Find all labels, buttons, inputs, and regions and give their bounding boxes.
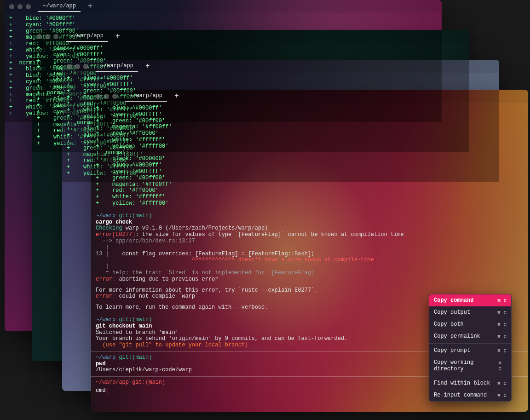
titlebar: ~/warp/app + bbox=[62, 60, 499, 73]
context-menu-item[interactable]: Copy prompt ⌘ C bbox=[429, 345, 511, 357]
menu-item-label: Re-input command bbox=[434, 392, 487, 398]
context-menu-item[interactable]: Copy output ⌘ C bbox=[429, 306, 511, 318]
command: cargo check bbox=[96, 219, 524, 226]
output-line: ^^^^^^^^^^^^^ doesn't have a size known … bbox=[96, 257, 524, 264]
menu-item-shortcut: ⌘ C bbox=[498, 360, 507, 372]
context-menu-item[interactable]: Copy command ⌘ C bbox=[429, 294, 511, 306]
menu-item-label: Copy permalink bbox=[434, 333, 480, 339]
menu-item-shortcut: ⌘ C bbox=[497, 322, 507, 328]
prompt-path: ~/warp bbox=[96, 213, 115, 219]
output-line: | bbox=[96, 245, 524, 251]
new-tab-button[interactable]: + bbox=[113, 32, 123, 40]
menu-item-label: Find within block bbox=[434, 380, 490, 386]
menu-separator bbox=[429, 376, 511, 376]
menu-item-shortcut: ⌘ C bbox=[497, 334, 507, 339]
titlebar: ~/warp/app + bbox=[32, 30, 469, 43]
menu-item-label: Copy both bbox=[434, 321, 464, 328]
prompt-path: ~/warp/app bbox=[96, 379, 129, 385]
menu-item-label: Copy prompt bbox=[434, 347, 470, 354]
context-menu-item[interactable]: Re-input command ⌘ C bbox=[429, 389, 511, 401]
titlebar: ~/warp/app + bbox=[5, 0, 442, 13]
traffic-lights[interactable] bbox=[9, 4, 31, 9]
output-line: Checking warp v0.1.0 (/Users/zach/Projec… bbox=[96, 225, 524, 232]
new-tab-button[interactable]: + bbox=[172, 92, 182, 100]
tab[interactable]: ~/warp/app bbox=[38, 1, 81, 12]
traffic-lights[interactable] bbox=[37, 34, 58, 39]
output-line: | bbox=[96, 264, 524, 270]
tab[interactable]: ~/warp/app bbox=[66, 31, 108, 42]
menu-item-shortcut: ⌘ C bbox=[497, 392, 507, 398]
output-line: = help: the trait `Sized` is not impleme… bbox=[96, 270, 524, 276]
menu-item-shortcut: ⌘ C bbox=[497, 380, 507, 386]
menu-separator bbox=[429, 343, 511, 344]
output-line: For more information about this error, t… bbox=[96, 288, 524, 294]
context-menu-item[interactable]: Find within block ⌘ C bbox=[429, 377, 511, 389]
output-line: error[E0277]: the size for values of typ… bbox=[96, 232, 524, 238]
prompt-git: git:(main) bbox=[132, 379, 165, 385]
context-menu-item[interactable]: Copy both ⌘ C bbox=[429, 318, 511, 330]
menu-item-label: Copy output bbox=[434, 309, 470, 316]
context-menu-item[interactable]: Copy working directory ⌘ C bbox=[429, 357, 511, 375]
cursor-icon bbox=[108, 388, 108, 394]
cmd-label: cmd bbox=[96, 388, 106, 394]
context-menu-item[interactable]: Copy permalink ⌘ C bbox=[429, 330, 511, 342]
output-line: error: aborting due to previous error bbox=[96, 276, 524, 283]
menu-item-shortcut: ⌘ C bbox=[497, 310, 507, 316]
output-line: --> app/src/bin/dev.rs:13:27 bbox=[96, 238, 524, 245]
context-menu: Copy command ⌘ C Copy output ⌘ C Copy bo… bbox=[429, 294, 512, 402]
menu-item-label: Copy command bbox=[434, 297, 473, 304]
prompt-path: ~/warp bbox=[96, 354, 115, 361]
prompt-git: git:(main) bbox=[119, 354, 152, 361]
new-tab-button[interactable]: + bbox=[143, 62, 153, 70]
block-divider bbox=[91, 210, 528, 210]
titlebar: ~/warp/app + bbox=[91, 90, 528, 103]
menu-item-shortcut: ⌘ C bbox=[497, 298, 507, 304]
menu-item-shortcut: ⌘ C bbox=[497, 348, 507, 354]
tab[interactable]: ~/warp/app bbox=[96, 61, 138, 72]
prompt-path: ~/warp bbox=[96, 316, 115, 323]
prompt-git: git:(main) bbox=[119, 316, 152, 323]
menu-item-label: Copy working directory bbox=[434, 359, 498, 372]
prompt-git: git:(main) bbox=[119, 213, 152, 219]
tab[interactable]: ~/warp/app bbox=[125, 91, 167, 102]
prompt: ~/warp git:(main) bbox=[96, 213, 524, 219]
output-line: 13 | const flag_overrides: [FeatureFlag]… bbox=[96, 251, 524, 258]
traffic-lights[interactable] bbox=[67, 64, 88, 69]
traffic-lights[interactable] bbox=[96, 94, 117, 99]
color-diff-lines: + blue: '#0000ff'+ cyan: '#00ffff'+ gree… bbox=[96, 105, 524, 207]
new-tab-button[interactable]: + bbox=[85, 2, 95, 11]
